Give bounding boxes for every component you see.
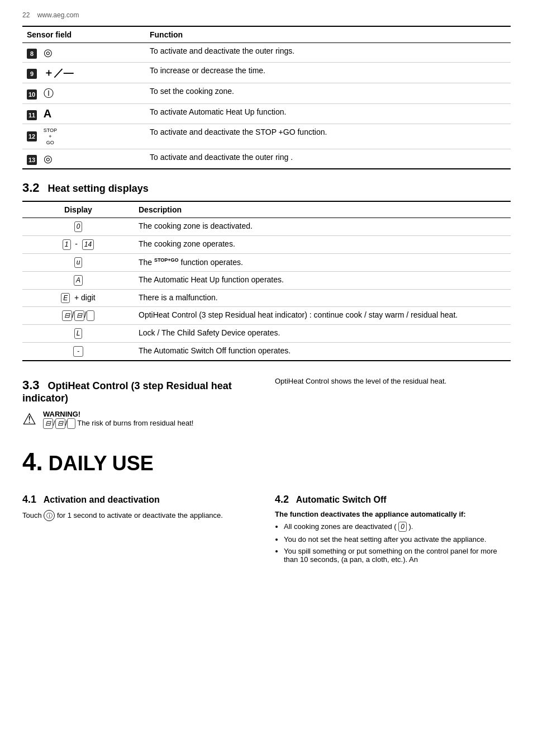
- row-desc: To increase or decrease the time.: [145, 63, 511, 83]
- symbol-double-circle2: ◎: [44, 153, 53, 164]
- table2-col2-header: Description: [134, 201, 511, 218]
- row-num-badge: 13: [27, 155, 37, 165]
- display-sym-A: A: [74, 275, 83, 286]
- display-desc: The Automatic Heat Up function operates.: [134, 271, 511, 289]
- symbol-plus-minus: ＋／—: [44, 67, 74, 78]
- display-sym-E: E: [61, 293, 70, 304]
- section32-num: 3.2: [22, 181, 40, 195]
- section4-num: 4.: [22, 448, 43, 475]
- display-sym-14: 14: [82, 239, 94, 250]
- page-number: 22: [22, 11, 30, 19]
- section33-wrap: 3.3 OptiHeat Control (3 step Residual he…: [22, 372, 511, 434]
- display-desc: The cooking zone operates.: [134, 236, 511, 254]
- section4-title: DAILY USE: [49, 452, 154, 475]
- display-sym-L: L: [74, 328, 83, 339]
- row-desc: To activate and deactivate the outer rin…: [145, 43, 511, 63]
- section32-title: Heat setting displays: [48, 183, 149, 194]
- section33-num: 3.3: [22, 378, 40, 392]
- table-row: ⊟/⊟/ OptiHeat Control (3 step Residual h…: [22, 307, 511, 325]
- section41-body: Touch ⓘ for 1 second to activate or deac…: [22, 510, 258, 522]
- table-row: E + digit There is a malfunction.: [22, 289, 511, 307]
- section42-heading: 4.2 Automatic Switch Off: [275, 494, 511, 505]
- symbol-stop-go: STOP+GO: [44, 127, 57, 145]
- display-desc: The Automatic Switch Off function operat…: [134, 342, 511, 360]
- section42-subtitle: The function deactivates the appliance a…: [275, 510, 511, 518]
- list-item: You do not set the heat setting after yo…: [284, 535, 511, 544]
- display-desc: The cooking zone is deactivated.: [134, 218, 511, 236]
- table-row: 9 ＋／— To increase or decrease the time.: [22, 63, 511, 83]
- display-sym-H1: ⊟: [62, 310, 72, 321]
- warning-body: ⊟/⊟/ The risk of burns from residual hea…: [43, 418, 193, 429]
- table-row: 10 Ⓘ To set the cooking zone.: [22, 83, 511, 104]
- display-sym-0: 0: [74, 221, 83, 232]
- table-row: 1 - 14 The cooking zone operates.: [22, 236, 511, 254]
- display-sym-empty: [87, 310, 95, 321]
- display-desc: There is a malfunction.: [134, 289, 511, 307]
- section42-col: 4.2 Automatic Switch Off The function de…: [275, 485, 511, 568]
- symbol-A: A: [44, 107, 51, 120]
- warning-text: WARNING! ⊟/⊟/ The risk of burns from res…: [43, 410, 193, 429]
- section41-num: 4.1: [22, 494, 36, 505]
- table-row: 13 ◎ To activate and deactivate the oute…: [22, 149, 511, 169]
- website: www.aeg.com: [37, 11, 79, 19]
- table1-col2-header: Function: [145, 26, 511, 43]
- table-row: 11 A To activate Automatic Heat Up funct…: [22, 104, 511, 124]
- section42-num: 4.2: [275, 494, 289, 505]
- section33-left: 3.3 OptiHeat Control (3 step Residual he…: [22, 372, 258, 434]
- symbol-double-circle: ◎: [44, 47, 53, 58]
- section4-heading: 4. DAILY USE: [22, 448, 511, 476]
- display-sym-H2: ⊟: [74, 310, 84, 321]
- row-num-badge: 10: [27, 89, 37, 100]
- row-desc: To activate and deactivate the outer rin…: [145, 149, 511, 169]
- row-num-badge: 9: [27, 69, 37, 79]
- section42-bullets: All cooking zones are deactivated ( 0 ).…: [284, 522, 511, 564]
- section33-right: OptiHeat Control shows the level of the …: [275, 372, 511, 385]
- section33-right-text: OptiHeat Control shows the level of the …: [275, 377, 446, 385]
- section4-two-col: 4.1 Activation and deactivation Touch ⓘ …: [22, 485, 511, 568]
- section41-title: Activation and deactivation: [44, 495, 160, 504]
- warning-icon: ⚠: [22, 410, 36, 428]
- row-num-badge: 8: [27, 49, 37, 59]
- touch-symbol: ⓘ: [44, 510, 55, 521]
- display-sym-u: u: [74, 257, 83, 268]
- display-desc: Lock / The Child Safety Device operates.: [134, 325, 511, 343]
- heat-setting-table: Display Description 0 The cooking zone i…: [22, 201, 511, 361]
- section41-heading: 4.1 Activation and deactivation: [22, 494, 258, 505]
- row-desc: To activate Automatic Heat Up function.: [145, 104, 511, 124]
- table-row: - The Automatic Switch Off function oper…: [22, 342, 511, 360]
- section42-title: Automatic Switch Off: [296, 495, 387, 504]
- row-desc: To set the cooking zone.: [145, 83, 511, 104]
- section33-title: OptiHeat Control (3 step Residual heat i…: [22, 380, 232, 404]
- table-row: A The Automatic Heat Up function operate…: [22, 271, 511, 289]
- sensor-function-table: Sensor field Function 8 ◎ To activate an…: [22, 26, 511, 169]
- warning-title: WARNING!: [43, 410, 193, 418]
- display-sym-dash: -: [73, 346, 84, 357]
- section33-heading: 3.3 OptiHeat Control (3 step Residual he…: [22, 378, 258, 404]
- table2-col1-header: Display: [22, 201, 134, 218]
- symbol-i-circle: Ⓘ: [44, 88, 54, 99]
- table-row: u The STOP+GO function operates.: [22, 253, 511, 271]
- warning-box: ⚠ WARNING! ⊟/⊟/ The risk of burns from r…: [22, 410, 258, 429]
- section41-col: 4.1 Activation and deactivation Touch ⓘ …: [22, 485, 258, 568]
- page-header: 22 www.aeg.com: [22, 11, 511, 19]
- table-row: 8 ◎ To activate and deactivate the outer…: [22, 43, 511, 63]
- row-desc: To activate and deactivate the STOP +GO …: [145, 124, 511, 149]
- table-row: 12 STOP+GO To activate and deactivate th…: [22, 124, 511, 149]
- list-item: All cooking zones are deactivated ( 0 ).: [284, 522, 511, 532]
- row-num-badge: 11: [27, 110, 37, 120]
- table-row: L Lock / The Child Safety Device operate…: [22, 325, 511, 343]
- display-desc: OptiHeat Control (3 step Residual heat i…: [134, 307, 511, 325]
- row-num-badge: 12: [27, 131, 37, 141]
- display-sym-1: 1: [63, 239, 71, 250]
- table1-col1-header: Sensor field: [22, 26, 145, 43]
- display-desc: The STOP+GO function operates.: [134, 253, 511, 271]
- list-item: You spill something or put something on …: [284, 547, 511, 564]
- section32-heading: 3.2 Heat setting displays: [22, 181, 511, 195]
- table-row: 0 The cooking zone is deactivated.: [22, 218, 511, 236]
